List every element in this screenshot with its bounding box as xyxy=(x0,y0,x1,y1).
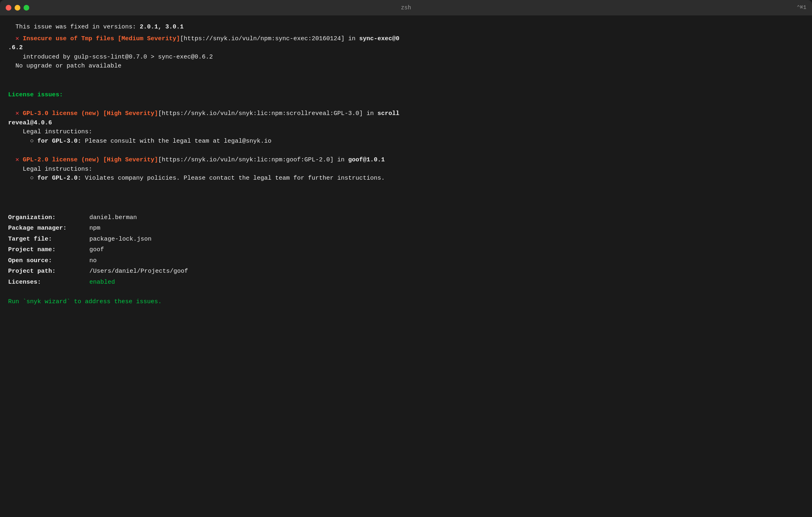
licenses-value: enabled xyxy=(89,277,804,288)
minimize-button[interactable] xyxy=(15,5,20,11)
vuln1-package-version: .6.2 xyxy=(8,44,23,51)
lic1-link: [https://snyk.io/vuln/snyk:lic:npm:scrol… xyxy=(158,110,363,117)
pkg-label: Package manager: xyxy=(8,223,89,234)
footer-line: Run `snyk wizard` to address these issue… xyxy=(8,298,804,307)
fixed-versions-line: This issue was fixed in versions: 2.0.1,… xyxy=(8,23,804,32)
lic2-link: [https://snyk.io/vuln/snyk:lic:npm:goof:… xyxy=(158,156,333,163)
close-button[interactable] xyxy=(6,5,11,11)
opensource-label: Open source: xyxy=(8,256,89,267)
lic1-legal-heading: Legal instructions: xyxy=(8,128,804,137)
lic2-line: ✕ GPL-2.0 license (new) [High Severity][… xyxy=(8,156,804,165)
vuln1-marker: ✕ xyxy=(8,35,23,42)
proj-value: goof xyxy=(89,245,804,256)
traffic-lights xyxy=(6,5,29,11)
window-shortcut: ⌃⌘1 xyxy=(797,4,806,12)
pkg-value: npm xyxy=(89,223,804,234)
org-label: Organization: xyxy=(8,213,89,224)
license-heading: License issues: xyxy=(8,91,804,100)
vuln1-link: [https://snyk.io/vuln/npm:sync-exec:2016… xyxy=(180,35,344,42)
vuln1-line: ✕ Insecure use of Tmp files [Medium Seve… xyxy=(8,35,804,44)
titlebar: zsh ⌃⌘1 xyxy=(0,0,812,15)
lic2-for-label: for GPL-2.0: xyxy=(37,175,81,182)
lic1-label: GPL-3.0 license (new) [High Severity] xyxy=(23,110,158,117)
licenses-label: Licenses: xyxy=(8,277,89,288)
window-title: zsh xyxy=(401,4,411,12)
maximize-button[interactable] xyxy=(24,5,29,11)
terminal-window: zsh ⌃⌘1 This issue was fixed in versions… xyxy=(0,0,812,517)
target-label: Target file: xyxy=(8,234,89,245)
vuln1-label: Insecure use of Tmp files [Medium Severi… xyxy=(23,35,180,42)
proj-label: Project name: xyxy=(8,245,89,256)
vuln1-intro: introduced by gulp-scss-lint@0.7.0 > syn… xyxy=(8,53,804,62)
opensource-value: no xyxy=(89,256,804,267)
lic1-legal-item: ○ for GPL-3.0: Please consult with the l… xyxy=(8,137,804,146)
vuln1-in: in xyxy=(344,35,359,42)
lic2-marker: ✕ xyxy=(8,156,23,163)
lic1-for-label: for GPL-3.0: xyxy=(37,138,81,145)
lic1-in: in xyxy=(363,110,377,117)
lic2-in: in xyxy=(333,156,348,163)
lic1-line: ✕ GPL-3.0 license (new) [High Severity][… xyxy=(8,109,804,119)
lic2-package: goof@1.0.1 xyxy=(348,156,385,163)
terminal-content: This issue was fixed in versions: 2.0.1,… xyxy=(0,15,812,517)
info-table: Organization: daniel.berman Package mana… xyxy=(8,213,804,288)
vuln1-package-cont: .6.2 xyxy=(8,43,804,53)
lic1-package-cont: reveal@4.0.6 xyxy=(8,119,804,128)
lic2-legal-heading: Legal instructions: xyxy=(8,165,804,174)
lic1-marker: ✕ xyxy=(8,110,23,117)
path-label: Project path: xyxy=(8,266,89,277)
path-value: /Users/daniel/Projects/goof xyxy=(89,266,804,277)
lic2-legal-item: ○ for GPL-2.0: Violates company policies… xyxy=(8,174,804,183)
lic2-label: GPL-2.0 license (new) [High Severity] xyxy=(23,156,158,163)
org-value: daniel.berman xyxy=(89,213,804,224)
lic1-package: scroll xyxy=(377,110,399,117)
vuln1-package: sync-exec@0 xyxy=(359,35,399,42)
vuln1-noupgrade: No upgrade or patch available xyxy=(8,62,804,71)
fixed-versions-bold: 2.0.1, 3.0.1 xyxy=(140,24,184,30)
target-value: package-lock.json xyxy=(89,234,804,245)
